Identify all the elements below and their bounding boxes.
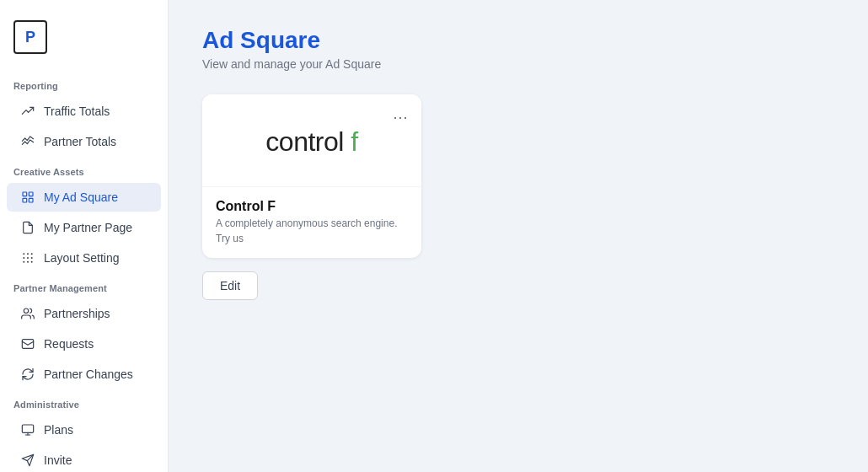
sidebar-item-label: Invite	[44, 453, 72, 467]
grid-square-icon	[20, 190, 35, 205]
logo-letter: P	[25, 29, 35, 46]
page-subtitle: View and manage your Ad Square	[202, 57, 834, 71]
svg-rect-0	[23, 192, 27, 196]
sidebar-item-invite[interactable]: Invite	[7, 446, 161, 472]
card-description: A completely anonymous search engine.	[216, 217, 408, 229]
sidebar-item-my-ad-square[interactable]: My Ad Square	[7, 183, 161, 212]
svg-point-7	[23, 257, 24, 259]
section-label-reporting: Reporting	[0, 71, 168, 96]
sidebar-item-requests[interactable]: Requests	[7, 330, 161, 358]
sidebar-item-label: Partner Totals	[44, 135, 116, 148]
svg-rect-2	[23, 198, 27, 202]
send-icon	[20, 453, 35, 468]
page-title: Ad Square	[202, 27, 834, 54]
card-name: Control F	[216, 199, 408, 214]
svg-point-11	[27, 261, 29, 263]
sidebar-item-my-partner-page[interactable]: My Partner Page	[7, 213, 161, 242]
svg-rect-14	[22, 340, 33, 349]
sidebar-item-layout-setting[interactable]: Layout Setting	[7, 244, 161, 272]
trend-multi-icon	[20, 134, 35, 149]
svg-point-9	[31, 257, 33, 259]
sidebar: P Reporting Traffic Totals Partner Total…	[0, 0, 169, 472]
sidebar-item-plans[interactable]: Plans	[7, 416, 161, 444]
trend-up-icon	[20, 104, 35, 119]
sidebar-item-label: My Ad Square	[44, 190, 118, 204]
sidebar-item-label: Requests	[44, 337, 94, 351]
card-tagline: Try us	[216, 233, 408, 244]
svg-rect-1	[29, 192, 33, 196]
svg-point-5	[27, 253, 29, 255]
section-label-partner-mgmt: Partner Management	[0, 273, 168, 298]
svg-rect-3	[29, 198, 33, 202]
users-icon	[20, 306, 35, 321]
svg-point-4	[23, 253, 24, 255]
sidebar-item-label: My Partner Page	[44, 221, 132, 234]
section-label-admin: Administrative	[0, 389, 168, 415]
refresh-cycle-icon	[20, 367, 35, 382]
monitor-icon	[20, 422, 35, 437]
svg-point-6	[31, 253, 33, 255]
logo-box: P	[13, 20, 47, 54]
grid-dots-icon	[20, 250, 35, 266]
sidebar-item-partner-totals[interactable]: Partner Totals	[7, 127, 161, 156]
sidebar-item-label: Traffic Totals	[44, 105, 110, 118]
svg-point-12	[31, 261, 33, 263]
main-content: Ad Square View and manage your Ad Square…	[169, 0, 868, 472]
sidebar-item-label: Partnerships	[44, 307, 110, 320]
svg-point-8	[27, 257, 29, 259]
sidebar-item-label: Partner Changes	[44, 367, 133, 381]
section-label-creative: Creative Assets	[0, 157, 168, 182]
svg-rect-15	[22, 425, 33, 432]
sidebar-item-label: Plans	[44, 423, 73, 437]
envelope-icon	[20, 336, 35, 351]
sidebar-item-traffic-totals[interactable]: Traffic Totals	[7, 97, 161, 126]
card-menu-button[interactable]: ⋯	[389, 105, 411, 130]
doc-icon	[20, 220, 35, 235]
sidebar-item-partner-changes[interactable]: Partner Changes	[7, 360, 161, 389]
sidebar-item-partnerships[interactable]: Partnerships	[7, 299, 161, 328]
card-image-area: ⋯ control f	[202, 94, 421, 187]
sidebar-item-label: Layout Setting	[44, 251, 120, 265]
card-body: Control F A completely anonymous search …	[202, 187, 421, 258]
ad-square-card: ⋯ control f Control F A completely anony…	[202, 94, 421, 258]
card-logo-word: control	[265, 126, 344, 157]
svg-point-10	[23, 261, 24, 263]
card-logo-letter: f	[351, 126, 357, 157]
svg-point-13	[24, 308, 28, 313]
edit-button[interactable]: Edit	[202, 271, 258, 300]
logo-area: P	[0, 13, 168, 71]
card-logo: control f	[265, 126, 357, 158]
